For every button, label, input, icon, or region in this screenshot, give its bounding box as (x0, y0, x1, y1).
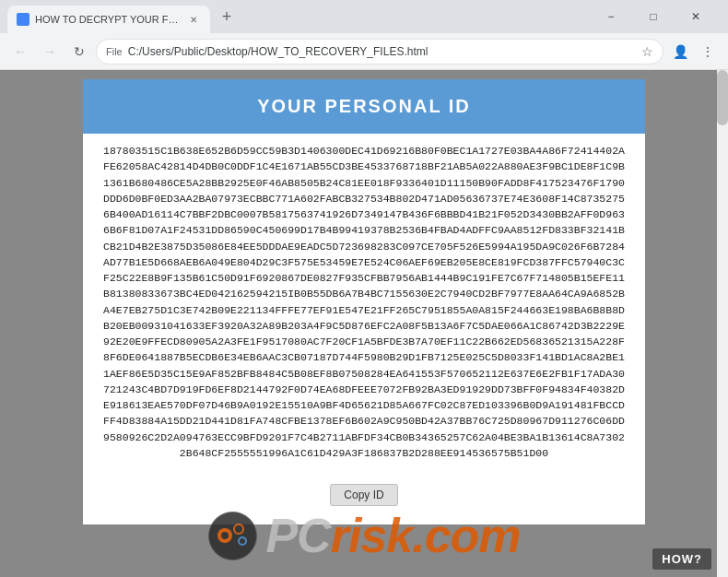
close-button[interactable]: ✕ (675, 2, 717, 31)
toolbar-actions: 👤 ⋮ (667, 39, 721, 65)
tab-bar: HOW TO DECRYPT YOUR FILES ✕ + − □ ✕ (0, 0, 728, 33)
maximize-button[interactable]: □ (632, 2, 675, 31)
ransom-header: YOUR PERSONAL ID (83, 79, 645, 134)
address-path: C:/Users/Public/Desktop/HOW_TO_RECOVERY_… (128, 45, 636, 58)
scrollbar-track[interactable] (717, 70, 728, 577)
refresh-button[interactable]: ↻ (66, 39, 92, 65)
personal-id-text: 187803515C1B638E652B6D59CC59B3D1406300DE… (103, 145, 625, 459)
forward-button[interactable]: → (37, 39, 63, 65)
browser-frame: HOW TO DECRYPT YOUR FILES ✕ + − □ ✕ ← → … (0, 0, 728, 577)
profile-icon[interactable]: 👤 (667, 39, 693, 65)
new-tab-button[interactable]: + (214, 4, 240, 29)
ransom-body: 187803515C1B638E652B6D59CC59B3D1406300DE… (83, 134, 645, 524)
address-bar[interactable]: File C:/Users/Public/Desktop/HOW_TO_RECO… (96, 39, 663, 65)
tab-favicon-icon (17, 13, 29, 26)
scrollbar-thumb[interactable] (717, 70, 728, 125)
back-button[interactable]: ← (7, 39, 33, 65)
ransom-header-title: YOUR PERSONAL ID (101, 96, 627, 117)
page-inner: YOUR PERSONAL ID 187803515C1B638E652B6D5… (0, 70, 728, 577)
bookmark-icon[interactable]: ☆ (641, 44, 653, 59)
tab-close-button[interactable]: ✕ (186, 12, 201, 27)
window-controls: − □ ✕ (590, 2, 721, 31)
menu-icon[interactable]: ⋮ (695, 39, 721, 65)
active-tab[interactable]: HOW TO DECRYPT YOUR FILES ✕ (7, 6, 210, 33)
page-content: YOUR PERSONAL ID 187803515C1B638E652B6D5… (0, 70, 728, 577)
tab-title: HOW TO DECRYPT YOUR FILES (35, 14, 181, 25)
copy-id-button[interactable]: Copy ID (330, 484, 397, 506)
minimize-button[interactable]: − (590, 2, 632, 31)
ransom-container: YOUR PERSONAL ID 187803515C1B638E652B6D5… (83, 79, 645, 524)
address-scheme: File (106, 46, 123, 57)
toolbar: ← → ↻ File C:/Users/Public/Desktop/HOW_T… (0, 33, 728, 70)
